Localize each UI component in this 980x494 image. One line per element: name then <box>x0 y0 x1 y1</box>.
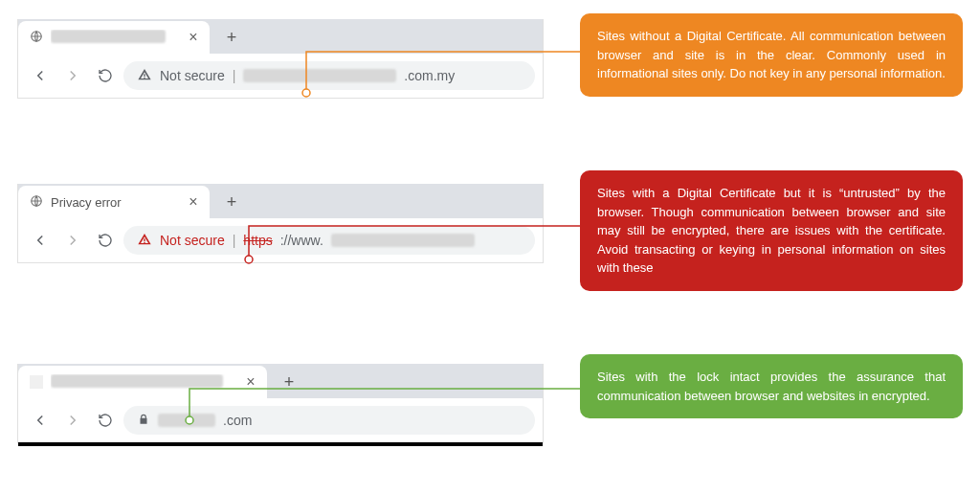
forward-button[interactable] <box>58 406 87 435</box>
close-icon[interactable]: × <box>187 31 200 44</box>
callout-secure: Sites with the lock intact provides the … <box>580 354 963 418</box>
reload-button[interactable] <box>91 61 120 90</box>
browser-toolbar: .com <box>18 398 543 442</box>
tab-strip: × + <box>18 19 543 54</box>
tab-strip: × + <box>18 364 543 398</box>
url-suffix: .com <box>223 413 252 428</box>
globe-icon <box>30 30 43 46</box>
not-secure-label: Not secure <box>160 233 225 248</box>
url-prefix: ://www. <box>280 233 323 248</box>
tab-strip: Privacy error × + <box>18 184 543 218</box>
not-secure-label: Not secure <box>160 68 225 83</box>
favicon-blur <box>30 375 43 389</box>
tab-title-blur <box>51 30 179 46</box>
address-bar[interactable]: Not secure | .com.my <box>123 61 535 90</box>
browser-window-insecure: × + Not secure | .com.my <box>17 19 544 99</box>
url-host-blur <box>243 69 396 82</box>
url-host-blur <box>158 414 215 427</box>
callout-insecure: Sites without a Digital Certificate. All… <box>580 13 963 97</box>
browser-toolbar: Not secure | .com.my <box>18 54 543 98</box>
browser-toolbar: Not secure | https://www. <box>18 218 543 262</box>
address-bar[interactable]: Not secure | https://www. <box>123 226 535 255</box>
callout-text: Sites without a Digital Certificate. All… <box>597 29 946 80</box>
forward-button[interactable] <box>58 61 87 90</box>
forward-button[interactable] <box>58 226 87 255</box>
close-icon[interactable]: × <box>187 195 200 209</box>
back-button[interactable] <box>26 406 55 435</box>
new-tab-button[interactable]: + <box>217 23 246 52</box>
callout-text: Sites with the lock intact provides the … <box>597 370 946 403</box>
reload-button[interactable] <box>91 226 120 255</box>
globe-icon <box>30 194 43 211</box>
browser-window-untrusted: Privacy error × + Not secure | https://w… <box>17 184 544 263</box>
reload-button[interactable] <box>91 406 120 435</box>
new-tab-button[interactable]: + <box>275 368 303 396</box>
callout-untrusted: Sites with a Digital Certificate but it … <box>580 170 963 291</box>
warning-triangle-icon <box>137 67 152 85</box>
https-strikethrough: https <box>243 233 272 248</box>
bottom-border <box>18 442 543 446</box>
browser-tab[interactable]: × <box>18 21 210 54</box>
separator: | <box>233 68 236 83</box>
browser-tab[interactable]: Privacy error × <box>18 186 210 218</box>
tab-title-blur <box>51 374 236 391</box>
warning-triangle-icon <box>137 232 152 250</box>
back-button[interactable] <box>26 226 55 255</box>
browser-window-secure: × + .com <box>17 364 544 443</box>
url-host-blur <box>331 234 475 247</box>
address-bar[interactable]: .com <box>123 406 535 435</box>
tab-title: Privacy error <box>51 195 179 210</box>
close-icon[interactable]: × <box>244 375 257 389</box>
back-button[interactable] <box>26 61 55 90</box>
separator: | <box>233 233 236 248</box>
browser-tab[interactable]: × <box>18 366 267 398</box>
new-tab-button[interactable]: + <box>217 188 246 216</box>
callout-text: Sites with a Digital Certificate but it … <box>597 186 946 275</box>
url-suffix: .com.my <box>404 68 455 83</box>
lock-icon <box>137 413 150 429</box>
